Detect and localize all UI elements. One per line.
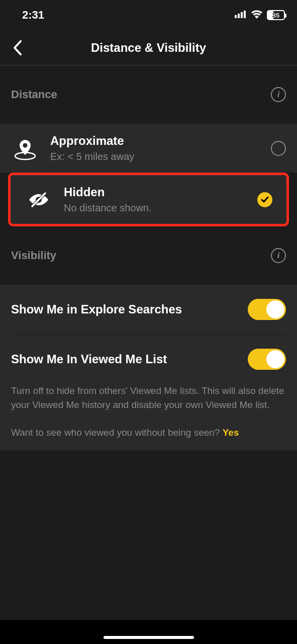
- section-label: Distance: [11, 88, 57, 101]
- toggle-switch[interactable]: [248, 349, 286, 370]
- radio-unselected-icon: [271, 141, 286, 156]
- location-pin-icon: [11, 134, 39, 163]
- svg-rect-0: [235, 15, 237, 18]
- option-title: Hidden: [64, 185, 246, 199]
- option-approximate[interactable]: Approximate Ex: < 5 miles away: [0, 124, 297, 173]
- option-title: Approximate: [50, 134, 260, 148]
- section-header-visibility: Visibility i: [0, 226, 297, 285]
- status-indicators: 35: [235, 10, 285, 21]
- svg-rect-2: [241, 12, 243, 18]
- eye-off-icon: [25, 186, 53, 214]
- home-indicator[interactable]: [104, 636, 194, 639]
- toggle-explore-searches[interactable]: Show Me in Explore Searches: [11, 285, 286, 334]
- option-subtitle: Ex: < 5 miles away: [50, 151, 260, 163]
- distance-options: Approximate Ex: < 5 miles away: [0, 124, 297, 173]
- status-bar: 2:31 35: [0, 0, 297, 30]
- bottom-bar: [0, 620, 297, 644]
- wifi-icon: [251, 10, 263, 21]
- toggle-label: Show Me In Viewed Me List: [11, 352, 248, 366]
- cellular-icon: [235, 10, 247, 20]
- info-icon[interactable]: i: [271, 87, 286, 102]
- radio-selected-icon: [257, 192, 272, 207]
- status-time: 2:31: [22, 9, 44, 22]
- toggle-viewed-me-list[interactable]: Show Me In Viewed Me List: [11, 335, 286, 384]
- highlight-annotation: Hidden No distance shown.: [8, 173, 289, 226]
- toggle-description: Turn off to hide from others' Viewed Me …: [11, 384, 286, 450]
- page-title: Distance & Visibility: [91, 41, 206, 55]
- battery-icon: 35: [267, 10, 285, 20]
- toggle-label: Show Me in Explore Searches: [11, 302, 248, 316]
- toggle-switch[interactable]: [248, 299, 286, 320]
- page-header: Distance & Visibility: [0, 30, 297, 65]
- option-subtitle: No distance shown.: [64, 202, 246, 214]
- svg-point-5: [23, 143, 28, 147]
- back-button[interactable]: [7, 38, 27, 58]
- info-icon[interactable]: i: [271, 248, 286, 263]
- section-label: Visibility: [11, 249, 56, 262]
- svg-rect-1: [238, 14, 240, 18]
- section-header-distance: Distance i: [0, 65, 297, 124]
- yes-link[interactable]: Yes: [223, 427, 239, 438]
- svg-rect-3: [244, 11, 246, 18]
- visibility-toggles: Show Me in Explore Searches Show Me In V…: [0, 285, 297, 450]
- option-hidden[interactable]: Hidden No distance shown.: [14, 185, 283, 214]
